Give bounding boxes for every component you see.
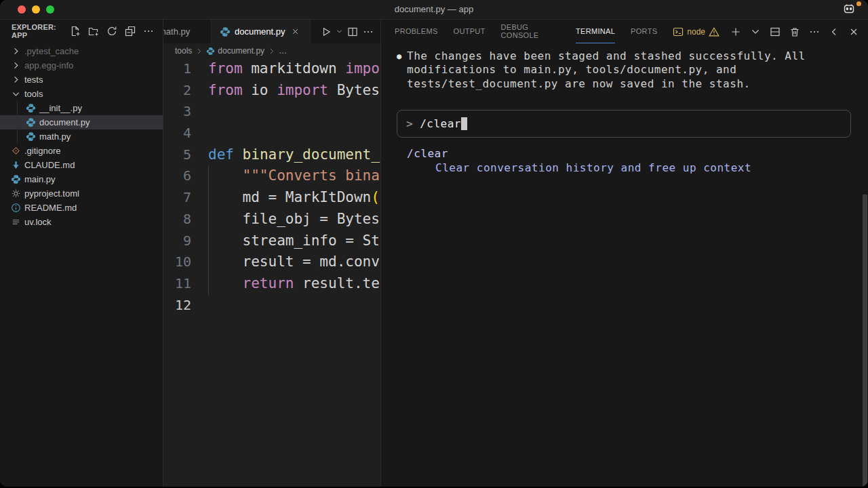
tree-item-label: document.py — [39, 117, 90, 127]
tree-item--init-py[interactable]: __init__.py — [0, 101, 163, 115]
close-icon — [848, 26, 859, 37]
code-line-12: 12 — [163, 295, 380, 317]
breadcrumb-label: tools — [175, 46, 192, 56]
assistant-robot-icon[interactable] — [842, 2, 860, 18]
breadcrumb: toolsdocument.py… — [163, 43, 380, 58]
terminal-panel: PROBLEMSOUTPUTDEBUG CONSOLETERMINALPORTS… — [381, 20, 868, 487]
line-number: 8 — [163, 209, 191, 230]
line-content: return result.te — [208, 273, 380, 295]
python-file-icon — [206, 47, 215, 56]
tree-item-tests[interactable]: tests — [0, 73, 163, 87]
tree-item-tools[interactable]: tools — [0, 87, 163, 101]
tree-item-app-egg-info[interactable]: app.egg-info — [0, 58, 163, 73]
tree-item-pyproject-toml[interactable]: pyproject.toml — [0, 186, 163, 201]
panel-tab-output[interactable]: OUTPUT — [454, 20, 486, 43]
tree-item-label: CLAUDE.md — [24, 160, 75, 170]
python-file-icon — [220, 26, 231, 37]
chevron-left-icon — [829, 26, 840, 37]
line-number: 10 — [163, 251, 191, 273]
breadcrumb-segment[interactable]: document.py — [206, 46, 264, 56]
new-file-button[interactable] — [68, 24, 83, 39]
message-text: The changes have been staged and stashed… — [407, 49, 806, 91]
panel-tab-terminal[interactable]: TERMINAL — [576, 20, 615, 43]
split-horizontal-button[interactable] — [768, 24, 783, 39]
tree-item-claude-md[interactable]: CLAUDE.md — [0, 158, 163, 172]
close-tab-icon[interactable] — [291, 26, 303, 38]
panel-scrollbar[interactable] — [863, 195, 867, 487]
lines-file-icon — [11, 217, 22, 227]
command-input-value: /clear — [420, 117, 461, 130]
python-file-icon — [26, 117, 37, 127]
more-button[interactable] — [141, 24, 156, 39]
collapse-all-button[interactable] — [123, 24, 138, 39]
terminal-process[interactable]: node — [673, 26, 719, 37]
split-editor-button[interactable] — [345, 24, 359, 39]
chevron-down-button[interactable] — [334, 24, 344, 39]
collapse-all-icon — [125, 26, 136, 37]
code-editor[interactable]: 1from markitdown impo2from io import Byt… — [163, 58, 380, 487]
tree-item-label: __init__.py — [39, 103, 82, 113]
line-number: 4 — [163, 123, 191, 144]
run-python-file-button[interactable] — [319, 24, 333, 39]
terminal-message-line: The changes have been staged and stashed… — [407, 49, 806, 63]
tree-item--pytest-cache[interactable]: .pytest_cache — [0, 44, 163, 58]
panel-tab-ports[interactable]: PORTS — [631, 20, 657, 43]
line-content: from io import Bytes — [208, 80, 380, 102]
breadcrumb-segment[interactable]: tools — [175, 46, 192, 56]
explorer-header: EXPLORER: APP — [0, 20, 163, 43]
tab-label: math.py — [163, 26, 190, 37]
tree-item-label: pyproject.toml — [24, 188, 79, 199]
chevron-down-button[interactable] — [748, 24, 763, 39]
tree-item--gitignore[interactable]: .gitignore — [0, 144, 163, 158]
breadcrumb-segment[interactable]: … — [279, 46, 287, 56]
tab-document-py[interactable]: document.py — [212, 20, 311, 43]
message-bullet: ● — [397, 49, 407, 91]
vscode-window: document.py — app EXPLORER: APP .pytest_… — [0, 0, 868, 487]
indent-guide — [208, 166, 209, 295]
trash-button[interactable] — [787, 24, 802, 39]
file-tree: .pytest_cacheapp.egg-infoteststools__ini… — [0, 43, 163, 229]
lines-icon — [11, 217, 21, 227]
terminal-icon — [673, 26, 684, 37]
python-file-icon — [26, 131, 37, 142]
code-line-6: 6 """Converts bina — [163, 165, 380, 187]
tree-item-math-py[interactable]: math.py — [0, 129, 163, 144]
command-suggestion[interactable]: /clear Clear conversation history and fr… — [407, 147, 851, 175]
code-line-11: 11 return result.te — [163, 273, 380, 295]
terminal-message-line: modifications to main.py, tools/document… — [407, 63, 806, 77]
explorer-title: EXPLORER: APP — [12, 23, 68, 39]
more-button[interactable] — [361, 24, 375, 39]
line-content: from markitdown impo — [208, 58, 380, 80]
python-icon — [26, 103, 36, 113]
tab-math-py[interactable]: math.py — [163, 20, 212, 43]
more-icon — [809, 26, 820, 37]
code-line-3: 3 — [163, 101, 380, 123]
plus-button[interactable] — [728, 24, 743, 39]
tree-item-label: tests — [24, 75, 43, 85]
command-input[interactable]: > /clear — [397, 110, 851, 138]
refresh-button[interactable] — [104, 24, 119, 39]
chevron-left-button[interactable] — [827, 24, 842, 39]
chevron-right-sm-icon — [195, 47, 203, 56]
more-button[interactable] — [807, 24, 822, 39]
line-number: 12 — [163, 295, 191, 317]
chevron-right-sm-icon — [11, 75, 21, 85]
python-icon — [11, 174, 21, 184]
tree-item-document-py[interactable]: document.py — [0, 115, 163, 129]
tree-item-uv-lock[interactable]: uv.lock — [0, 215, 163, 229]
git-file-icon — [11, 146, 22, 156]
code-line-5: 5def binary_document_ — [163, 144, 380, 166]
line-content: def binary_document_ — [208, 144, 380, 166]
panel-tab-debug-console[interactable]: DEBUG CONSOLE — [501, 20, 561, 43]
new-folder-button[interactable] — [86, 24, 101, 39]
code-line-7: 7 md = MarkItDown( — [163, 187, 380, 209]
tree-item-readme-md[interactable]: README.md — [0, 201, 163, 215]
tree-item-label: .pytest_cache — [24, 46, 79, 56]
panel-tab-problems[interactable]: PROBLEMS — [395, 20, 438, 43]
chevron-down-sm-icon — [11, 89, 21, 99]
tree-item-main-py[interactable]: main.py — [0, 172, 163, 186]
close-button[interactable] — [846, 24, 861, 39]
chevron-right-icon — [11, 75, 22, 85]
tree-item-label: tools — [24, 89, 43, 99]
gear-icon — [11, 188, 21, 199]
